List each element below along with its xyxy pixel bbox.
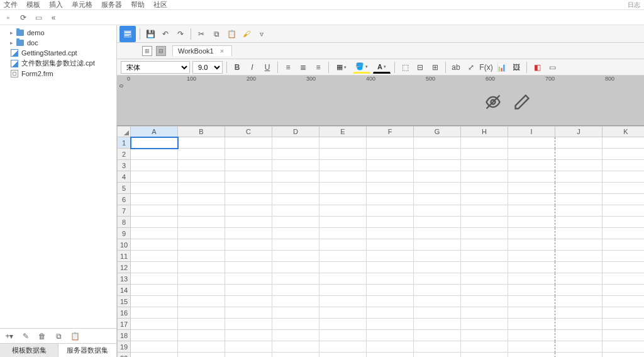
row-header[interactable]: 10	[117, 239, 131, 251]
cell[interactable]	[414, 353, 461, 357]
cell[interactable]	[319, 251, 367, 262]
cell[interactable]	[555, 353, 602, 357]
cell[interactable]	[555, 228, 602, 239]
bold-button[interactable]: B	[231, 61, 243, 74]
bgcolor-dropdown[interactable]: 🪣	[353, 61, 370, 74]
cell[interactable]	[272, 353, 319, 357]
cell[interactable]	[414, 217, 461, 228]
row-header[interactable]: 9	[117, 228, 131, 239]
cell[interactable]	[367, 273, 414, 285]
row-header[interactable]: 20	[117, 353, 131, 357]
add-icon[interactable]: +▾	[4, 331, 15, 342]
cell[interactable]	[131, 239, 178, 251]
cell[interactable]	[225, 307, 272, 319]
cell[interactable]	[131, 353, 178, 357]
pencil-icon[interactable]	[513, 93, 531, 111]
cell[interactable]	[602, 171, 644, 183]
tree-item-gettingstarted[interactable]: GettingStarted.cpt	[1, 48, 115, 58]
eye-slash-icon[interactable]	[484, 93, 502, 111]
cell[interactable]	[508, 251, 555, 262]
cell[interactable]	[414, 183, 461, 194]
cell[interactable]	[508, 341, 555, 353]
cell[interactable]	[272, 239, 319, 251]
spreadsheet[interactable]: ABCDEFGHIJK12345678910111213141516171819…	[117, 126, 644, 357]
cell[interactable]	[367, 353, 414, 357]
cell[interactable]	[131, 307, 178, 319]
cell[interactable]	[555, 273, 602, 285]
cell[interactable]	[272, 171, 319, 183]
cell[interactable]	[272, 262, 319, 273]
column-header[interactable]: F	[367, 126, 414, 137]
cell[interactable]	[178, 183, 225, 194]
cell[interactable]	[131, 171, 178, 183]
cell[interactable]	[508, 330, 555, 341]
cell[interactable]	[555, 341, 602, 353]
cell[interactable]	[272, 217, 319, 228]
cell[interactable]	[225, 262, 272, 273]
cell[interactable]	[178, 319, 225, 330]
cell[interactable]	[367, 194, 414, 205]
grid-mode-icon[interactable]: ⊞	[142, 46, 152, 56]
cut-icon[interactable]: ✂	[195, 28, 208, 40]
cell[interactable]	[131, 330, 178, 341]
cell[interactable]	[178, 194, 225, 205]
cell[interactable]	[555, 217, 602, 228]
cell[interactable]	[508, 239, 555, 251]
border-dropdown[interactable]: ▦	[333, 61, 350, 74]
cell[interactable]	[414, 341, 461, 353]
cell[interactable]	[272, 251, 319, 262]
menu-insert[interactable]: 插入	[49, 0, 63, 9]
cell[interactable]	[461, 171, 508, 183]
cell[interactable]	[414, 160, 461, 171]
report-icon[interactable]	[119, 26, 136, 42]
cell[interactable]	[414, 251, 461, 262]
cell[interactable]	[602, 296, 644, 307]
cell[interactable]	[319, 217, 367, 228]
cell[interactable]	[178, 228, 225, 239]
cell[interactable]	[414, 149, 461, 160]
tree-item-form2[interactable]: Form2.frm	[1, 69, 115, 79]
tab-server-dataset[interactable]: 服务器数据集	[58, 344, 116, 357]
cell[interactable]	[225, 205, 272, 217]
cell[interactable]	[272, 296, 319, 307]
cell[interactable]	[131, 149, 178, 160]
cell[interactable]	[319, 160, 367, 171]
cell[interactable]	[602, 341, 644, 353]
cell[interactable]	[602, 262, 644, 273]
cell[interactable]	[225, 273, 272, 285]
cell[interactable]	[131, 217, 178, 228]
cell[interactable]	[367, 296, 414, 307]
cell[interactable]	[508, 296, 555, 307]
row-header[interactable]: 12	[117, 262, 131, 273]
cell[interactable]	[178, 205, 225, 217]
cell[interactable]	[319, 194, 367, 205]
cell[interactable]	[178, 137, 225, 149]
column-header[interactable]: K	[602, 126, 644, 137]
cell[interactable]	[131, 183, 178, 194]
row-header[interactable]: 5	[117, 183, 131, 194]
cell[interactable]	[367, 183, 414, 194]
row-header[interactable]: 8	[117, 217, 131, 228]
cell[interactable]	[414, 330, 461, 341]
cell[interactable]	[131, 285, 178, 296]
cell[interactable]	[225, 330, 272, 341]
form-icon[interactable]: ▭	[546, 61, 558, 74]
cell[interactable]	[461, 341, 508, 353]
cell[interactable]	[367, 285, 414, 296]
cell[interactable]	[178, 341, 225, 353]
redo-icon[interactable]: ↷	[174, 28, 187, 40]
cell[interactable]	[178, 251, 225, 262]
cell[interactable]	[461, 194, 508, 205]
size-select[interactable]: 9.0	[192, 61, 223, 74]
row-header[interactable]: 14	[117, 285, 131, 296]
column-header[interactable]: H	[461, 126, 508, 137]
cell[interactable]	[414, 194, 461, 205]
cell[interactable]	[319, 273, 367, 285]
menu-file[interactable]: 文件	[4, 0, 18, 9]
cell[interactable]	[555, 285, 602, 296]
cell[interactable]	[461, 183, 508, 194]
row-header[interactable]: 2	[117, 149, 131, 160]
cell[interactable]	[367, 307, 414, 319]
merge-icon[interactable]: ⬚	[399, 61, 411, 74]
cell[interactable]	[319, 183, 367, 194]
